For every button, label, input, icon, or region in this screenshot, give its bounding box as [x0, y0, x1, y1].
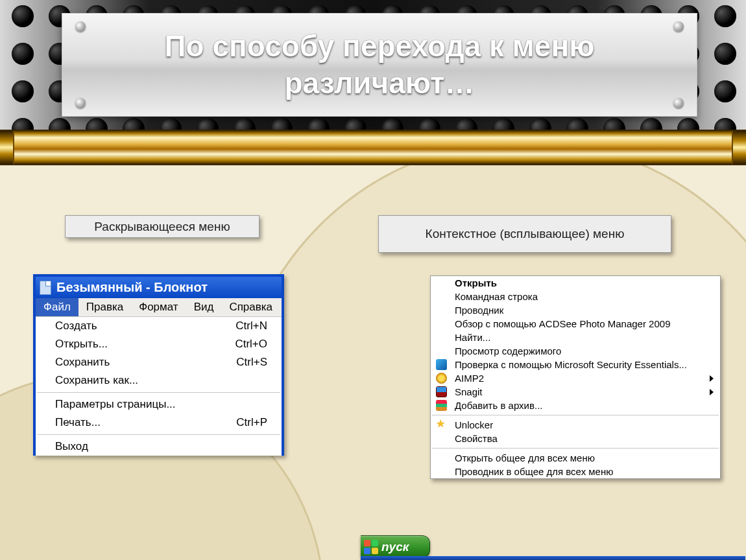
context-menu-item-label: Unlocker [451, 419, 493, 430]
menu-item[interactable]: Выход [36, 438, 282, 456]
submenu-arrow-icon [710, 375, 714, 382]
context-menu-item-label: Свойства [451, 433, 498, 444]
context-menu-item-label: AIMP2 [451, 373, 484, 384]
start-button-label: пуск [381, 540, 409, 554]
notepad-window: Безымянный - Блокнот ФайлПравкаФорматВид… [33, 274, 284, 456]
shield-icon [436, 359, 447, 370]
context-menu-item-label: Проверка с помощью Microsoft Security Es… [451, 359, 687, 370]
context-menu-item[interactable]: Snagit [431, 385, 720, 399]
context-menu-item[interactable]: Проводник в общее для всех меню [431, 465, 720, 478]
menu-item-label: Сохранить как... [55, 374, 138, 387]
menu-item-label: Выход [55, 440, 88, 453]
rar-icon [436, 400, 447, 411]
submenu-arrow-icon [710, 389, 714, 395]
menu-item-label: Печать... [55, 416, 101, 429]
context-menu-item[interactable]: Добавить в архив... [431, 399, 720, 412]
label-context-menu: Контекстное (всплывающее) меню [378, 215, 671, 253]
context-menu-item-label: Snagit [451, 386, 483, 397]
notepad-menubar: ФайлПравкаФорматВидСправка [36, 298, 282, 316]
context-menu-item[interactable]: Обзор с помощью ACDSee Photo Manager 200… [431, 317, 720, 331]
context-menu-item-label: Открыть [451, 277, 497, 288]
menu-item-label: Открыть... [55, 338, 108, 351]
menubar-item[interactable]: Справка [221, 298, 280, 316]
menubar-item[interactable]: Вид [186, 298, 222, 316]
menu-item-shortcut: Ctrl+P [236, 416, 267, 429]
context-menu: ОткрытьКомандная строкаПроводникОбзор с … [430, 275, 721, 479]
aimp-icon [436, 373, 447, 384]
context-menu-item-label: Проводник в общее для всех меню [451, 466, 613, 477]
context-menu-item[interactable]: Открыть [431, 276, 720, 290]
context-menu-item[interactable]: Командная строка [431, 290, 720, 303]
notepad-title: Безымянный - Блокнот [56, 280, 208, 295]
context-menu-item-label: Командная строка [451, 291, 538, 302]
context-menu-item[interactable]: Открыть общее для всех меню [431, 451, 720, 465]
menubar-item[interactable]: Правка [78, 298, 131, 316]
context-menu-item[interactable]: Просмотр содержимого [431, 344, 720, 358]
menu-item-label: Создать [55, 320, 97, 332]
menu-item[interactable]: Параметры страницы... [36, 395, 282, 414]
context-menu-item-label: Добавить в архив... [451, 400, 542, 411]
title-plate: По способу перехода к меню различают… [62, 13, 697, 117]
context-menu-item-label: Проводник [451, 305, 503, 316]
menu-item-shortcut: Ctrl+O [235, 338, 267, 351]
menubar-item[interactable]: Формат [131, 298, 186, 316]
menu-item[interactable]: Сохранить как... [36, 371, 282, 390]
menu-item[interactable]: СохранитьCtrl+S [36, 353, 282, 371]
menu-separator [432, 415, 719, 415]
menu-separator [37, 434, 280, 435]
menubar-item[interactable]: Файл [36, 298, 78, 316]
context-menu-item-label: Просмотр содержимого [451, 345, 561, 356]
menu-item[interactable]: Открыть...Ctrl+O [36, 335, 282, 353]
context-menu-item[interactable]: Проверка с помощью Microsoft Security Es… [431, 358, 720, 371]
context-menu-item[interactable]: AIMP2 [431, 371, 720, 385]
menu-separator [432, 448, 719, 449]
gold-divider [0, 130, 746, 165]
snagit-icon [436, 386, 447, 397]
context-menu-item[interactable]: Свойства [431, 432, 720, 445]
context-menu-item[interactable]: Проводник [431, 303, 720, 317]
file-menu-dropdown: СоздатьCtrl+NОткрыть...Ctrl+OСохранитьCt… [36, 316, 282, 456]
menu-item[interactable]: Печать...Ctrl+P [36, 414, 282, 432]
context-menu-item-label: Найти... [451, 332, 490, 343]
label-dropdown-menu: Раскрывающееся меню [65, 215, 259, 238]
menu-item-label: Параметры страницы... [55, 398, 176, 411]
star-icon [436, 419, 447, 430]
context-menu-item-label: Открыть общее для всех меню [451, 452, 595, 463]
context-menu-item[interactable]: Найти... [431, 331, 720, 344]
menu-item-shortcut: Ctrl+S [236, 356, 267, 369]
windows-logo-icon [363, 539, 379, 555]
menu-item-shortcut: Ctrl+N [235, 320, 267, 332]
notepad-titlebar[interactable]: Безымянный - Блокнот [36, 277, 282, 298]
menu-item-label: Сохранить [55, 356, 110, 369]
menu-separator [37, 392, 280, 393]
slide-title: По способу перехода к меню различают… [62, 28, 697, 102]
menu-item[interactable]: СоздатьCtrl+N [36, 317, 282, 335]
taskbar-strip [361, 556, 745, 560]
start-button[interactable]: пуск [361, 535, 430, 558]
notepad-file-icon [40, 281, 51, 295]
context-menu-item[interactable]: Unlocker [431, 418, 720, 432]
context-menu-item-label: Обзор с помощью ACDSee Photo Manager 200… [451, 318, 670, 329]
